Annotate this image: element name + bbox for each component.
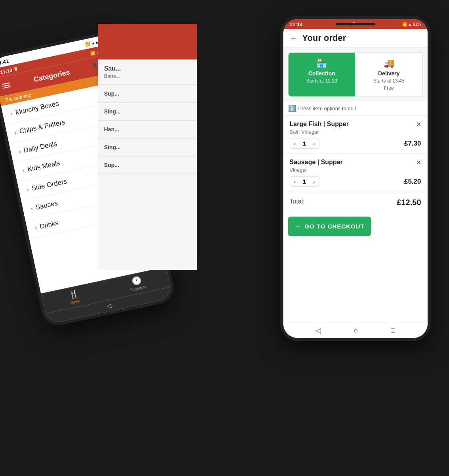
collection-icon: 🏪	[316, 58, 327, 69]
chevron-icon: ›	[34, 225, 37, 231]
phone2-recents-nav-button[interactable]: □	[391, 326, 395, 335]
order-item-1-header: Large Fish | Supper ✕	[290, 121, 421, 128]
order-item-2-header: Sausage | Supper ✕	[290, 159, 421, 166]
collection-time: Starts at 12:20	[306, 78, 337, 84]
collection-label: Collection	[308, 70, 335, 77]
order-item-1-name: Large Fish | Supper	[290, 121, 349, 128]
chevron-icon: ›	[30, 205, 33, 212]
bg-item-5: Sing...	[98, 138, 197, 156]
order-item-1-qty-control: ‹ 1 ›	[290, 138, 319, 149]
checkout-label: GO TO CHECKOUT	[305, 223, 365, 230]
back-nav-button[interactable]: ◁	[106, 302, 112, 309]
checkout-button[interactable]: → GO TO CHECKOUT	[288, 217, 371, 236]
order-item-1-decrease-button[interactable]: ‹	[294, 140, 296, 147]
bg-item-6: Sup...	[98, 156, 197, 174]
phone2-android-nav: ◁ ○ □	[283, 322, 428, 338]
hamburger-menu-button[interactable]	[2, 83, 11, 89]
chevron-icon: ›	[22, 167, 25, 174]
bg-header	[98, 24, 197, 60]
phone1-notif-wifi: 📶	[90, 50, 95, 56]
chevron-icon: ›	[26, 186, 29, 193]
order-type-selector: 🏪 Collection Starts at 12:20 🚚 Delivery …	[288, 52, 423, 97]
delivery-icon: 🚚	[384, 58, 394, 69]
info-icon: ℹ️	[288, 105, 296, 112]
order-item-1-controls: ‹ 1 › £7.30	[290, 138, 421, 149]
order-item-1-price: £7.30	[404, 140, 421, 148]
bg-item-2: Sup...	[98, 85, 197, 103]
order-item-2-controls: ‹ 1 › £5.20	[290, 176, 421, 187]
order-item-2: Sausage | Supper ✕ Vinegar ‹ 1 › £5.20	[283, 154, 428, 192]
order-item-2-decrease-button[interactable]: ‹	[294, 178, 296, 185]
phone1-wifi-icon: 📶	[85, 42, 90, 47]
phone2-status-icons: 📶 ▲ 81%	[402, 22, 421, 27]
back-button[interactable]: ←	[290, 34, 298, 43]
phone2-device: 11:14 🎤 📶 ▲ 81% ← Your order 🏪	[280, 16, 431, 341]
bg-item-4: Han...	[98, 121, 197, 138]
schedule-icon: 🕐	[130, 275, 142, 287]
phone2-body: 11:14 🎤 📶 ▲ 81% ← Your order 🏪	[280, 16, 431, 341]
order-item-2-price: £5.20	[404, 178, 421, 186]
chevron-icon: ›	[10, 111, 13, 117]
info-message: Press item options to edit	[298, 106, 356, 111]
phone2-home-nav-button[interactable]: ○	[354, 326, 358, 335]
background-screen: Sau... Batte... Sup... Sing... Han... Si…	[98, 24, 197, 270]
collection-button[interactable]: 🏪 Collection Starts at 12:20	[289, 53, 355, 96]
total-value: £12.50	[397, 198, 421, 207]
order-item-2-qty-control: ‹ 1 ›	[290, 176, 319, 187]
order-title: Your order	[302, 33, 346, 43]
order-total-row: Total: £12.50	[283, 192, 428, 213]
delivery-price: Free	[384, 85, 394, 91]
order-item-2-name: Sausage | Supper	[290, 159, 343, 166]
delivery-time: Starts at 13:45	[373, 78, 404, 84]
order-item-1-quantity: 1	[300, 140, 308, 147]
chevron-icon: ›	[18, 148, 21, 155]
phone2-header: ← Your order	[283, 29, 428, 48]
order-item-1-increase-button[interactable]: ›	[313, 140, 315, 147]
phone2-time: 11:14	[290, 21, 303, 27]
total-label: Total:	[290, 198, 305, 207]
order-item-2-remove-button[interactable]: ✕	[416, 159, 421, 166]
bg-item-3: Sing...	[98, 103, 197, 121]
order-items-list: Large Fish | Supper ✕ Salt, Vinegar ‹ 1 …	[283, 116, 428, 322]
bg-item-1: Sau... Batte...	[98, 60, 197, 85]
order-item-2-quantity: 1	[300, 178, 308, 185]
delivery-button[interactable]: 🚚 Delivery Starts at 13:45 Free	[355, 53, 422, 96]
phone1-notif-icon: 🎙	[13, 66, 19, 73]
order-item-2-desc: Vinegar	[290, 167, 421, 173]
phone2-battery-icon: 81%	[413, 22, 421, 27]
info-bar: ℹ️ Press item options to edit	[283, 102, 428, 116]
phone2-back-nav-button[interactable]: ◁	[315, 326, 321, 335]
order-item-1: Large Fish | Supper ✕ Salt, Vinegar ‹ 1 …	[283, 116, 428, 154]
phone2-screen: 11:14 🎤 📶 ▲ 81% ← Your order 🏪	[283, 19, 428, 338]
order-item-1-desc: Salt, Vinegar	[290, 129, 421, 135]
chevron-icon: ›	[14, 130, 17, 136]
phone2-signal-icon: ▲	[408, 22, 412, 27]
checkout-arrow-icon: →	[294, 223, 301, 230]
menu-icon: 🍴	[68, 288, 79, 300]
phone2-wifi-icon: 📶	[402, 22, 407, 27]
order-item-2-increase-button[interactable]: ›	[313, 178, 315, 185]
phone1-time: 9:41	[0, 58, 9, 66]
delivery-label: Delivery	[378, 70, 399, 77]
phone2-notch	[336, 23, 375, 25]
order-item-1-remove-button[interactable]: ✕	[416, 121, 421, 128]
